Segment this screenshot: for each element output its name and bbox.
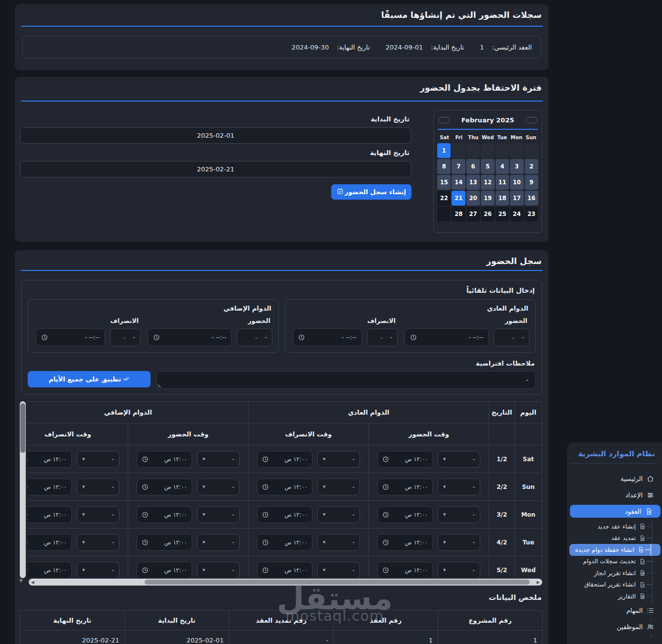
end-date-input[interactable]	[20, 161, 411, 177]
sidebar-item[interactable]: العقود	[570, 505, 661, 518]
shift-period-select[interactable]: -▼	[197, 451, 240, 468]
checkin-time-input[interactable]: --:-- -	[405, 328, 489, 346]
shift-time-input[interactable]: ١٢:٠٠ ص	[257, 451, 312, 468]
sidebar-subitem[interactable]: انشاء حفظة دوام جديده	[569, 544, 661, 556]
calendar-day[interactable]: 20	[466, 191, 480, 206]
calendar-day[interactable]: 22	[437, 191, 451, 206]
calendar-day[interactable]: 14	[452, 175, 465, 190]
scroll-right-arrow-icon[interactable]: ▶	[537, 580, 540, 585]
shift-period-select[interactable]: -▼	[317, 534, 360, 551]
calendar-day[interactable]: 3	[510, 159, 523, 174]
checkin-period-select[interactable]: - ⌄	[494, 328, 529, 346]
shift-period-select[interactable]: -▼	[317, 562, 360, 578]
default-notes-input[interactable]: -	[156, 371, 536, 389]
shift-period-select[interactable]: -▼	[438, 534, 480, 551]
create-attendance-button[interactable]: إنشاء سجل الحضور	[331, 184, 411, 200]
shift-time-input[interactable]: ١٢:٠٠ ص	[137, 562, 192, 578]
calendar-day[interactable]: 7	[452, 159, 465, 174]
shift-period-select[interactable]: -▼	[317, 479, 360, 495]
shift-period-select[interactable]: -▼	[438, 479, 480, 495]
calendar-day[interactable]: 4	[496, 159, 509, 174]
calendar-day[interactable]: 24	[510, 207, 523, 221]
calendar-day[interactable]: 17	[510, 191, 523, 206]
shift-time-input[interactable]: ١٢:٠٠ ص	[27, 534, 72, 551]
calendar-day[interactable]: 18	[496, 191, 509, 206]
shift-time-input[interactable]: ١٢:٠٠ ص	[377, 451, 433, 468]
shift-period-select[interactable]: -▼	[77, 562, 119, 578]
checkout-time-input[interactable]: --:-- -	[293, 328, 362, 346]
apply-all-days-button[interactable]: تطبيق على جميع الأيام	[28, 371, 151, 387]
shift-time-input[interactable]: ١٢:٠٠ ص	[27, 506, 72, 523]
calendar-day[interactable]: 8	[437, 159, 451, 174]
checkout-period-select[interactable]: - ⌄	[367, 328, 398, 346]
checkin-period-select[interactable]: - ⌄	[237, 328, 272, 346]
calendar-day[interactable]: 23	[525, 207, 538, 221]
sidebar-subitem[interactable]: تحديث سجلات الدوام	[567, 556, 662, 568]
horizontal-scrollbar[interactable]: ◀ ▶	[29, 579, 542, 586]
horizontal-scrollbar-thumb[interactable]	[145, 580, 530, 585]
calendar-day[interactable]: 6	[466, 159, 480, 174]
calendar-day[interactable]: 12	[481, 175, 494, 190]
calendar-day[interactable]: 5	[481, 159, 494, 174]
sidebar-subitem[interactable]: التقارير	[567, 590, 662, 602]
prev-month-button[interactable]	[438, 117, 450, 123]
shift-time-input[interactable]: ١٢:٠٠ ص	[257, 534, 312, 551]
sidebar-item[interactable]: الموظفين	[567, 619, 662, 635]
start-date-input[interactable]	[20, 127, 411, 144]
shift-time-input[interactable]: ١٢:٠٠ ص	[377, 479, 433, 495]
vertical-scrollbar-thumb[interactable]	[20, 403, 25, 453]
next-month-button[interactable]	[525, 117, 537, 123]
calendar-day[interactable]: 26	[481, 207, 494, 221]
calendar-day[interactable]: 15	[437, 175, 451, 190]
shift-time-input[interactable]: ١٢:٠٠ ص	[137, 451, 192, 468]
shift-period-select[interactable]: -▼	[438, 506, 480, 523]
shift-period-select[interactable]: -▼	[438, 451, 480, 468]
sidebar-subitem[interactable]: إنشاء عقد جديد	[567, 521, 662, 533]
checkin-time-input[interactable]: --:-- -	[148, 328, 232, 346]
calendar-day[interactable]: 13	[466, 175, 480, 190]
shift-period-select[interactable]: -▼	[197, 534, 240, 551]
calendar-day[interactable]: 28	[452, 207, 465, 221]
shift-time-input[interactable]: ١٢:٠٠ ص	[137, 479, 192, 495]
shift-period-select[interactable]: -▼	[197, 506, 240, 523]
calendar-day[interactable]: 11	[496, 175, 509, 190]
shift-time-input[interactable]: ١٢:٠٠ ص	[377, 534, 433, 551]
sidebar-item[interactable]: الرئيسية	[567, 471, 662, 487]
shift-time-input[interactable]: ١٢:٠٠ ص	[27, 479, 72, 495]
shift-time-input[interactable]: ١٢:٠٠ ص	[377, 506, 433, 523]
calendar-day[interactable]: 10	[510, 175, 523, 190]
shift-period-select[interactable]: -▼	[77, 506, 119, 523]
sidebar-subitem[interactable]: انشاء تقرير انجاز	[567, 567, 662, 579]
shift-time-input[interactable]: ١٢:٠٠ ص	[257, 479, 312, 495]
sidebar-subitem[interactable]: تمديد عقد	[567, 533, 662, 544]
calendar-day[interactable]: 1	[437, 143, 451, 158]
shift-time-input[interactable]: ١٢:٠٠ ص	[137, 506, 192, 523]
checkout-time-input[interactable]: --:-- -	[36, 328, 105, 346]
shift-period-select[interactable]: -▼	[77, 451, 119, 468]
scroll-down-arrow-icon[interactable]: ▼	[19, 578, 23, 583]
sidebar-item[interactable]: الإعداد	[567, 487, 662, 503]
shift-period-select[interactable]: -▼	[77, 479, 119, 495]
shift-time-input[interactable]: ١٢:٠٠ ص	[257, 506, 312, 523]
calendar-day[interactable]: 25	[496, 207, 509, 221]
checkout-period-select[interactable]: - ⌄	[110, 328, 141, 346]
calendar-day[interactable]: 21	[452, 191, 465, 206]
shift-period-select[interactable]: -▼	[197, 479, 240, 495]
shift-time-input[interactable]: ١٢:٠٠ ص	[377, 562, 433, 578]
calendar-day[interactable]: 16	[525, 191, 538, 206]
shift-time-input[interactable]: ١٢:٠٠ ص	[137, 534, 192, 551]
sidebar-item[interactable]: المهام	[567, 602, 662, 619]
calendar-day[interactable]: 27	[466, 207, 480, 221]
scroll-left-arrow-icon[interactable]: ◀	[31, 580, 34, 585]
shift-period-select[interactable]: -▼	[197, 562, 240, 578]
shift-time-input[interactable]: ١٢:٠٠ ص	[27, 562, 72, 578]
shift-period-select[interactable]: -▼	[77, 534, 119, 551]
shift-time-input[interactable]: ١٢:٠٠ ص	[27, 451, 72, 468]
calendar-day[interactable]: 19	[481, 191, 494, 206]
vertical-scrollbar[interactable]	[20, 401, 26, 578]
calendar-day[interactable]: 2	[525, 159, 538, 174]
shift-time-input[interactable]: ١٢:٠٠ ص	[257, 562, 312, 578]
attendance-record-item[interactable]: العقد الرئيسي: 1 تاريخ البداية: 2024-09-…	[22, 36, 541, 58]
shift-period-select[interactable]: -▼	[438, 562, 480, 578]
sidebar-subitem[interactable]: انشاء تقرير استحقاق	[567, 579, 662, 591]
